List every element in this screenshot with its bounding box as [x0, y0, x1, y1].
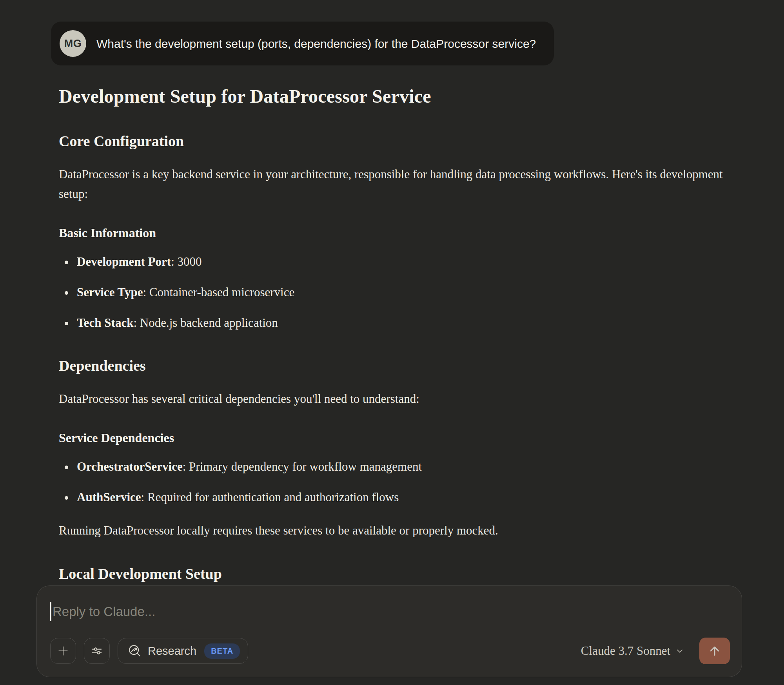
send-button[interactable]: [699, 638, 730, 664]
plus-icon: [56, 644, 70, 658]
avatar-initials: MG: [64, 38, 82, 50]
composer-placeholder: Reply to Claude...: [53, 604, 155, 619]
paragraph-dependencies-note: Running DataProcessor locally requires t…: [59, 521, 725, 540]
label-separator: :: [183, 460, 189, 473]
user-message-text: What's the development setup (ports, dep…: [96, 36, 536, 51]
model-selector[interactable]: Claude 3.7 Sonnet: [577, 641, 688, 661]
composer-input[interactable]: Reply to Claude...: [50, 602, 730, 621]
avatar: MG: [60, 30, 86, 57]
section-heading-local-development-setup: Local Development Setup: [59, 565, 725, 584]
list-item: AuthService: Required for authentication…: [74, 488, 725, 507]
conversation: MG What's the development setup (ports, …: [0, 0, 784, 583]
response-title: Development Setup for DataProcessor Serv…: [59, 85, 725, 108]
user-message-bubble: MG What's the development setup (ports, …: [51, 22, 554, 65]
composer-right-controls: Claude 3.7 Sonnet: [577, 638, 730, 664]
subsection-heading-basic-information: Basic Information: [59, 225, 725, 241]
list-item: Tech Stack: Node.js backend application: [74, 314, 725, 332]
text-caret: [50, 602, 51, 621]
beta-badge: BETA: [204, 643, 240, 659]
section-heading-core-configuration: Core Configuration: [59, 132, 725, 151]
label-separator: :: [141, 490, 147, 504]
assistant-response: Development Setup for DataProcessor Serv…: [59, 85, 725, 583]
paragraph-dependencies-intro: DataProcessor has several critical depen…: [59, 389, 725, 409]
composer[interactable]: Reply to Claude... Research BETA: [36, 585, 742, 677]
list-item: OrchestratorService: Primary dependency …: [74, 457, 725, 476]
research-icon: [127, 643, 142, 658]
research-button[interactable]: Research BETA: [118, 638, 248, 664]
label-separator: :: [171, 255, 177, 268]
list-item: Development Port: 3000: [74, 252, 725, 271]
list-item: Service Type: Container-based microservi…: [74, 283, 725, 302]
attach-button[interactable]: [50, 638, 76, 664]
label-separator: :: [133, 316, 140, 330]
chevron-down-icon: [675, 646, 684, 656]
model-selector-label: Claude 3.7 Sonnet: [581, 644, 670, 658]
arrow-up-icon: [708, 644, 722, 658]
sliders-icon: [90, 644, 104, 658]
composer-toolbar: Research BETA Claude 3.7 Sonnet: [50, 638, 730, 664]
service-dependencies-list: OrchestratorService: Primary dependency …: [59, 457, 725, 507]
subsection-heading-service-dependencies: Service Dependencies: [59, 430, 725, 446]
tools-button[interactable]: [84, 638, 110, 664]
research-label: Research: [148, 645, 196, 658]
section-heading-dependencies: Dependencies: [59, 357, 725, 375]
paragraph-core-intro: DataProcessor is a key backend service i…: [59, 165, 725, 204]
label-separator: :: [143, 285, 149, 299]
basic-information-list: Development Port: 3000 Service Type: Con…: [59, 252, 725, 332]
